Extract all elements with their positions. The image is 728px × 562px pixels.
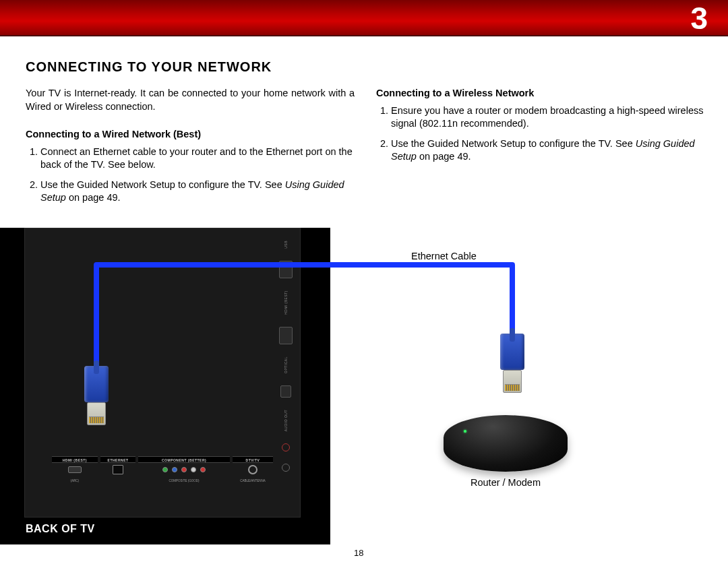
dtv-label: DTV/TV bbox=[233, 456, 273, 463]
ethernet-plug-router-icon bbox=[496, 334, 528, 401]
intro-paragraph: Your TV is Internet-ready. It can be con… bbox=[26, 87, 355, 113]
ethernet-label: ETHERNET bbox=[100, 456, 136, 463]
hdmi-side-port-icon bbox=[279, 327, 293, 344]
audio-l-port-icon bbox=[282, 464, 290, 472]
wireless-step2-a: Use the Guided Network Setup to configur… bbox=[391, 138, 636, 149]
cable-sublabel: CABLE/ANTENNA bbox=[233, 479, 273, 482]
content-area: CONNECTING TO YOUR NETWORK Your TV is In… bbox=[0, 36, 728, 212]
wired-step-2: Use the Guided Network Setup to configur… bbox=[40, 179, 355, 205]
rca-pr-icon bbox=[181, 467, 187, 472]
usb-label: USB bbox=[284, 241, 288, 249]
audio-out-label: AUDIO OUT bbox=[284, 410, 288, 431]
hdmi-label: HDMI (BEST) bbox=[52, 456, 98, 463]
optical-label: OPTICAL bbox=[284, 356, 288, 373]
diagram-area: USB HDMI (BEST) OPTICAL AUDIO OUT HDMI (… bbox=[0, 228, 728, 562]
hdmi-port-icon bbox=[68, 466, 82, 473]
usb-port-icon bbox=[279, 261, 293, 278]
rca-y-icon bbox=[162, 467, 168, 472]
wired-step-1: Connect an Ethernet cable to your router… bbox=[40, 146, 355, 172]
audio-r-port-icon bbox=[282, 443, 290, 451]
coax-port-icon bbox=[248, 465, 257, 474]
wireless-step-1: Ensure you have a router or modem broadc… bbox=[391, 104, 705, 131]
router-icon bbox=[444, 415, 568, 472]
rca-l-icon bbox=[191, 467, 196, 472]
ethernet-cable-label: Ethernet Cable bbox=[411, 251, 477, 261]
section-title: CONNECTING TO YOUR NETWORK bbox=[26, 59, 705, 75]
optical-port-icon bbox=[280, 385, 291, 398]
wireless-step2-b: on page 49. bbox=[417, 151, 471, 162]
two-column-layout: Your TV is Internet-ready. It can be con… bbox=[26, 87, 705, 212]
composite-sublabel: COMPOSITE (GOOD) bbox=[138, 479, 229, 482]
wired-heading: Connecting to a Wired Network (Best) bbox=[26, 128, 355, 142]
rca-pb-icon bbox=[172, 467, 177, 472]
left-column: Your TV is Internet-ready. It can be con… bbox=[26, 87, 355, 212]
component-label: COMPONENT (BETTER) bbox=[138, 456, 229, 463]
wired-step2-a: Use the Guided Network Setup to configur… bbox=[40, 179, 285, 190]
back-of-tv-label: BACK OF TV bbox=[26, 523, 95, 535]
header-bar: 3 bbox=[0, 0, 728, 36]
wired-step2-b: on page 49. bbox=[66, 192, 121, 203]
page-footer-number: 18 bbox=[354, 548, 363, 558]
arc-label: (ARC) bbox=[52, 479, 98, 482]
right-column: Connecting to a Wireless Network Ensure … bbox=[376, 87, 705, 212]
bottom-port-strip: HDMI (BEST) (ARC) ETHERNET COMPONENT (BE… bbox=[52, 456, 273, 476]
side-port-strip: USB HDMI (BEST) OPTICAL AUDIO OUT bbox=[276, 241, 296, 472]
wireless-heading: Connecting to a Wireless Network bbox=[376, 87, 705, 100]
ethernet-port-icon bbox=[113, 465, 123, 474]
wireless-step-2: Use the Guided Network Setup to configur… bbox=[391, 137, 705, 164]
router-label: Router / Modem bbox=[458, 477, 553, 488]
hdmi-side-label: HDMI (BEST) bbox=[284, 290, 288, 315]
chapter-number: 3 bbox=[690, 0, 708, 36]
ethernet-plug-tv-icon bbox=[80, 366, 113, 433]
tv-back-panel: USB HDMI (BEST) OPTICAL AUDIO OUT HDMI (… bbox=[0, 228, 330, 544]
rca-r-icon bbox=[200, 467, 206, 472]
